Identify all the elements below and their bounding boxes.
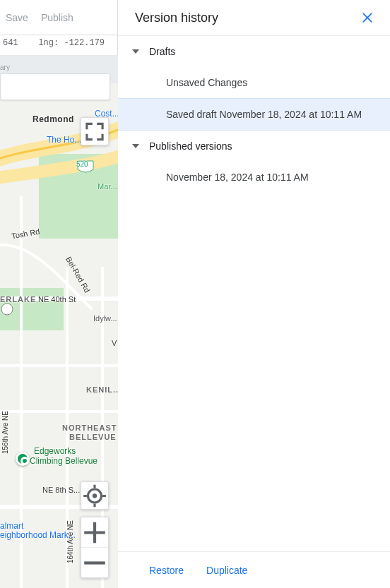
top-toolbar: Save Publish [0, 0, 117, 35]
panel-body: Drafts Unsaved Changes Saved draft Novem… [118, 36, 390, 551]
map-label-edgeworks-1: Edgeworks [34, 446, 76, 456]
lng-value: lng: -122.179 [38, 38, 105, 48]
map-label-ne8: NE 8th S... [42, 486, 80, 494]
section-header-published[interactable]: Published versions [118, 131, 390, 162]
coordinates-bar: 641 lng: -122.179 [0, 35, 117, 52]
chevron-down-icon [132, 144, 139, 148]
section-header-drafts[interactable]: Drafts [118, 36, 390, 67]
close-button[interactable] [356, 6, 379, 29]
map-canvas[interactable]: ary Redmond The Ho... ep... Cost... Mar.… [0, 55, 118, 588]
panel-header: Version history [118, 0, 390, 36]
map-label-walmart-1: almart [0, 521, 23, 531]
zoom-control [81, 517, 109, 578]
version-row-published[interactable]: November 18, 2024 at 10:11 AM [118, 162, 390, 193]
map-label-home-depot: The Ho... [47, 135, 81, 145]
version-row-unsaved[interactable]: Unsaved Changes [118, 67, 390, 98]
zoom-out-button[interactable] [81, 548, 108, 577]
map-label-156: 156th Ave NE [1, 411, 9, 454]
section-label: Published versions [149, 140, 232, 152]
panel-footer: Restore Duplicate [118, 551, 390, 588]
map-label-v: V [112, 339, 117, 347]
map-label-city: Redmond [32, 114, 74, 124]
map-marker[interactable] [16, 452, 30, 466]
map-label-walmart-2: eighborhood Mark... [0, 530, 76, 540]
panel-title: Version history [135, 11, 218, 25]
minus-icon [81, 296, 108, 589]
editor-left-area: Save Publish 641 lng: -122.179 [0, 0, 118, 588]
publish-button[interactable]: Publish [41, 12, 73, 23]
section-label: Drafts [149, 46, 175, 57]
save-button[interactable]: Save [6, 12, 28, 23]
chevron-down-icon [132, 49, 139, 54]
map-label-ne40: NE 40th St [38, 295, 76, 304]
version-row-saved-draft[interactable]: Saved draft November 18, 2024 at 10:11 A… [118, 98, 390, 131]
duplicate-button[interactable]: Duplicate [206, 565, 247, 576]
svg-point-4 [1, 304, 13, 315]
version-history-panel: Version history Drafts Unsaved Changes S… [118, 0, 390, 588]
lat-value: 641 [3, 38, 18, 48]
restore-button[interactable]: Restore [149, 565, 184, 576]
map-label-164: 164th Ave NE [66, 520, 74, 563]
close-icon [360, 11, 374, 25]
map-label-ary: ary [0, 64, 10, 71]
map-label-erlake: ERLAKE [0, 295, 36, 304]
fullscreen-button[interactable] [81, 117, 109, 145]
